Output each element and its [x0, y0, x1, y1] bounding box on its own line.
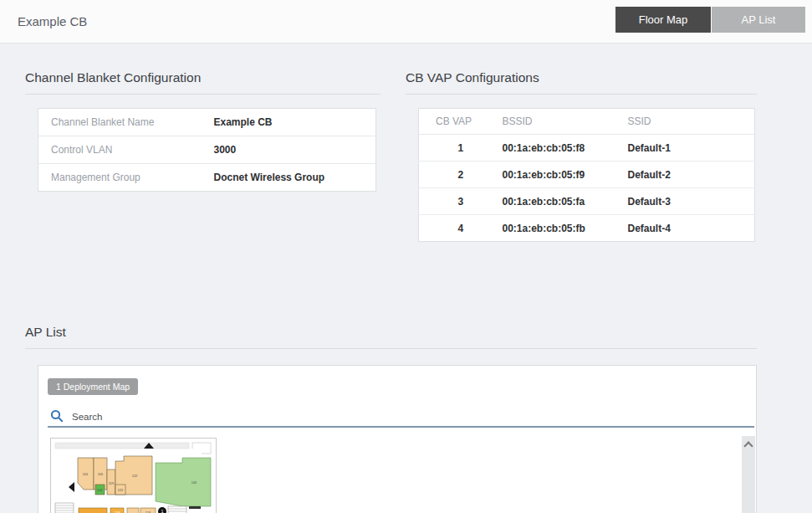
ssid-cell: Default-1	[628, 135, 755, 162]
deployment-map-tab[interactable]: 1 Deployment Map	[48, 378, 138, 395]
config-label: Control VLAN	[38, 136, 214, 164]
ssid-cell: Default-3	[628, 188, 755, 215]
cb-vap-config-table: CB VAP BSSID SSID 1 00:1a:eb:cb:05:f8 De…	[418, 108, 755, 242]
room-label: 121	[118, 488, 124, 492]
bssid-cell: 00:1a:eb:cb:05:f9	[503, 162, 628, 188]
table-row: 2 00:1a:eb:cb:05:f9 Default-2	[419, 162, 755, 188]
bssid-cell: 00:1a:eb:cb:05:f8	[503, 135, 628, 162]
table-header-row: CB VAP BSSID SSID	[419, 109, 755, 135]
table-row: Management Group Docnet Wireless Group	[38, 164, 376, 192]
cb-vap-cell: 4	[419, 215, 503, 242]
deployment-map-thumbnail[interactable]: 101 105 119 103 121 122 141 118 124 1	[50, 438, 217, 513]
room-label: 119	[109, 481, 115, 485]
ap-list-card: 1 Deployment Map	[38, 365, 757, 513]
room-label: 105	[98, 472, 104, 476]
column-header: SSID	[628, 109, 755, 135]
config-value: Docnet Wireless Group	[214, 164, 376, 192]
table-row: 3 00:1a:eb:cb:05:fa Default-3	[419, 188, 755, 215]
channel-blanket-config-table: Channel Blanket Name Example CB Control …	[38, 108, 376, 192]
ap-marker-label: 1	[161, 509, 163, 513]
config-label: Channel Blanket Name	[38, 109, 214, 136]
search-input[interactable]	[72, 412, 754, 422]
cb-vap-config-title: CB VAP Configurations	[406, 70, 757, 95]
table-row: Control VLAN 3000	[38, 136, 376, 164]
page-title: Example CB	[18, 0, 87, 44]
ap-list-title: AP List	[25, 325, 757, 349]
channel-blanket-config-section: Channel Blanket Configuration Channel Bl…	[25, 70, 380, 192]
vertical-scrollbar[interactable]	[742, 436, 755, 513]
room-label: 122	[132, 474, 138, 478]
top-header: Example CB Floor Map AP List	[0, 0, 812, 44]
cb-vap-cell: 2	[419, 162, 503, 188]
ssid-cell: Default-4	[628, 215, 755, 242]
search-bar	[48, 408, 754, 428]
bssid-cell: 00:1a:eb:cb:05:fa	[503, 188, 628, 215]
config-value: Example CB	[214, 109, 376, 136]
ap-list-section: AP List	[25, 325, 757, 349]
cb-vap-cell: 3	[419, 188, 503, 215]
floor-map-image: 101 105 119 103 121 122 141 118 124 1	[50, 438, 217, 513]
table-row: Channel Blanket Name Example CB	[38, 109, 376, 136]
config-label: Management Group	[38, 164, 214, 192]
cb-vap-config-section: CB VAP Configurations CB VAP BSSID SSID …	[406, 70, 757, 242]
search-icon	[50, 409, 64, 423]
table-row: 4 00:1a:eb:cb:05:fb Default-4	[419, 215, 755, 242]
ssid-cell: Default-2	[628, 162, 755, 188]
column-header: CB VAP	[419, 109, 503, 135]
cb-vap-cell: 1	[419, 135, 503, 162]
table-row: 1 00:1a:eb:cb:05:f8 Default-1	[419, 135, 755, 162]
floor-map-button[interactable]: Floor Map	[615, 7, 711, 33]
column-header: BSSID	[503, 109, 628, 135]
room-label: 103	[97, 488, 103, 492]
ap-list-button[interactable]: AP List	[712, 7, 805, 33]
scroll-up-icon[interactable]	[743, 441, 753, 450]
config-value: 3000	[214, 136, 376, 164]
room-label: 101	[83, 472, 89, 476]
page: Example CB Floor Map AP List Channel Bla…	[0, 0, 812, 513]
room-label: 141	[192, 480, 197, 485]
bssid-cell: 00:1a:eb:cb:05:fb	[503, 215, 628, 242]
channel-blanket-config-title: Channel Blanket Configuration	[25, 70, 380, 95]
view-toggle-group: Floor Map AP List	[615, 7, 805, 33]
